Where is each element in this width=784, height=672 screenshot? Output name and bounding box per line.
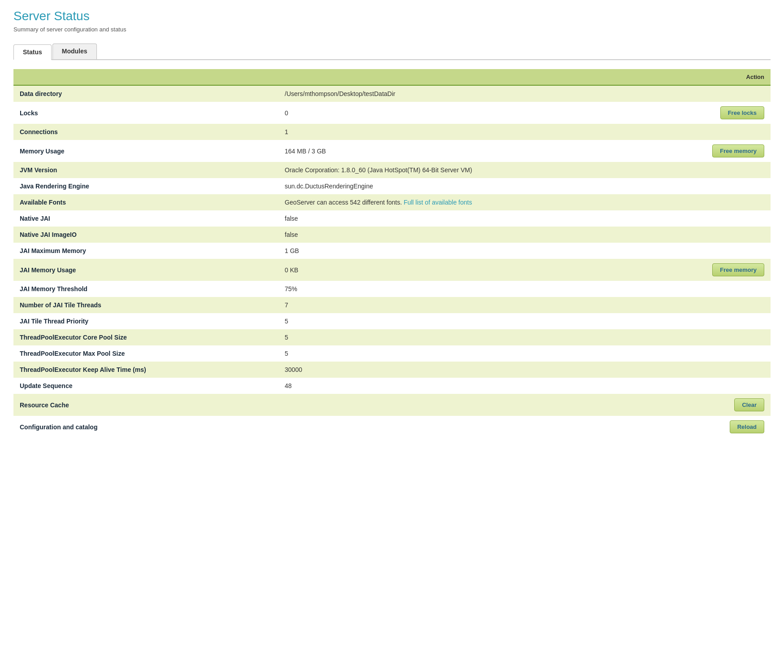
table-row: JAI Tile Thread Priority5 — [13, 313, 771, 329]
clear-cache-button[interactable]: Clear — [734, 398, 764, 411]
row-label: Number of JAI Tile Threads — [13, 297, 279, 313]
row-action: Clear — [657, 394, 771, 416]
row-label: ThreadPoolExecutor Keep Alive Time (ms) — [13, 362, 279, 378]
table-row: JAI Maximum Memory1 GB — [13, 243, 771, 259]
table-row: ThreadPoolExecutor Keep Alive Time (ms)3… — [13, 362, 771, 378]
row-value — [279, 416, 657, 438]
row-label: Connections — [13, 124, 279, 140]
row-value: 48 — [279, 378, 657, 394]
row-label: Resource Cache — [13, 394, 279, 416]
table-row: Locks0Free locks — [13, 102, 771, 124]
available-fonts-link[interactable]: Full list of available fonts — [404, 199, 472, 206]
row-label: JAI Maximum Memory — [13, 243, 279, 259]
table-header-row: Action — [13, 69, 771, 85]
table-row: Resource CacheClear — [13, 394, 771, 416]
row-action — [657, 362, 771, 378]
row-value: 75% — [279, 281, 657, 297]
row-label: JAI Tile Thread Priority — [13, 313, 279, 329]
row-label: Native JAI ImageIO — [13, 227, 279, 243]
row-label: JVM Version — [13, 162, 279, 178]
row-label: Configuration and catalog — [13, 416, 279, 438]
row-value — [279, 394, 657, 416]
row-action: Free locks — [657, 102, 771, 124]
row-value: 5 — [279, 313, 657, 329]
row-action — [657, 194, 771, 210]
row-action — [657, 345, 771, 362]
row-action: Free memory — [657, 259, 771, 281]
row-value: 1 GB — [279, 243, 657, 259]
row-label: Java Rendering Engine — [13, 178, 279, 194]
row-action — [657, 378, 771, 394]
row-label: JAI Memory Usage — [13, 259, 279, 281]
tab-modules[interactable]: Modules — [52, 44, 97, 59]
row-value: 30000 — [279, 362, 657, 378]
table-row: ThreadPoolExecutor Core Pool Size5 — [13, 329, 771, 345]
col-header-label — [13, 69, 279, 85]
row-label: Available Fonts — [13, 194, 279, 210]
tab-bar: Status Modules — [13, 44, 771, 60]
table-row: Native JAIfalse — [13, 210, 771, 227]
row-label: Data directory — [13, 85, 279, 102]
table-row: Configuration and catalogReload — [13, 416, 771, 438]
row-value: 1 — [279, 124, 657, 140]
table-row: Java Rendering Enginesun.dc.DuctusRender… — [13, 178, 771, 194]
table-row: JVM VersionOracle Corporation: 1.8.0_60 … — [13, 162, 771, 178]
row-action: Reload — [657, 416, 771, 438]
reload-button[interactable]: Reload — [730, 420, 764, 433]
tab-status[interactable]: Status — [13, 44, 52, 60]
row-action — [657, 243, 771, 259]
row-label: Locks — [13, 102, 279, 124]
table-row: ThreadPoolExecutor Max Pool Size5 — [13, 345, 771, 362]
row-value: 0 KB — [279, 259, 657, 281]
row-value: 164 MB / 3 GB — [279, 140, 657, 162]
row-value: 5 — [279, 345, 657, 362]
table-row: Available FontsGeoServer can access 542 … — [13, 194, 771, 210]
table-row: Data directory/Users/mthompson/Desktop/t… — [13, 85, 771, 102]
row-value: 7 — [279, 297, 657, 313]
col-header-value — [279, 69, 657, 85]
row-action — [657, 227, 771, 243]
row-value: /Users/mthompson/Desktop/testDataDir — [279, 85, 657, 102]
row-label: Update Sequence — [13, 378, 279, 394]
free-memory-1-button[interactable]: Free memory — [712, 144, 764, 157]
status-table: Action Data directory/Users/mthompson/De… — [13, 69, 771, 438]
row-value: 0 — [279, 102, 657, 124]
col-header-action: Action — [657, 69, 771, 85]
page-subtitle: Summary of server configuration and stat… — [13, 26, 771, 33]
table-row: Memory Usage164 MB / 3 GBFree memory — [13, 140, 771, 162]
row-action — [657, 297, 771, 313]
row-action — [657, 178, 771, 194]
row-value: false — [279, 227, 657, 243]
row-value: 5 — [279, 329, 657, 345]
row-label: Memory Usage — [13, 140, 279, 162]
row-action — [657, 313, 771, 329]
row-value: Oracle Corporation: 1.8.0_60 (Java HotSp… — [279, 162, 657, 178]
free-memory-2-button[interactable]: Free memory — [712, 263, 764, 276]
row-action — [657, 85, 771, 102]
row-action — [657, 281, 771, 297]
row-value: false — [279, 210, 657, 227]
row-action: Free memory — [657, 140, 771, 162]
row-action — [657, 329, 771, 345]
page-title: Server Status — [13, 9, 771, 23]
row-label: Native JAI — [13, 210, 279, 227]
table-row: Update Sequence48 — [13, 378, 771, 394]
table-row: JAI Memory Threshold75% — [13, 281, 771, 297]
table-row: Number of JAI Tile Threads7 — [13, 297, 771, 313]
row-value: sun.dc.DuctusRenderingEngine — [279, 178, 657, 194]
table-row: JAI Memory Usage0 KBFree memory — [13, 259, 771, 281]
row-label: ThreadPoolExecutor Core Pool Size — [13, 329, 279, 345]
table-row: Native JAI ImageIOfalse — [13, 227, 771, 243]
row-label: JAI Memory Threshold — [13, 281, 279, 297]
row-action — [657, 162, 771, 178]
free-locks-button[interactable]: Free locks — [720, 106, 764, 119]
row-action — [657, 210, 771, 227]
row-value: GeoServer can access 542 different fonts… — [279, 194, 657, 210]
table-row: Connections1 — [13, 124, 771, 140]
row-label: ThreadPoolExecutor Max Pool Size — [13, 345, 279, 362]
row-action — [657, 124, 771, 140]
